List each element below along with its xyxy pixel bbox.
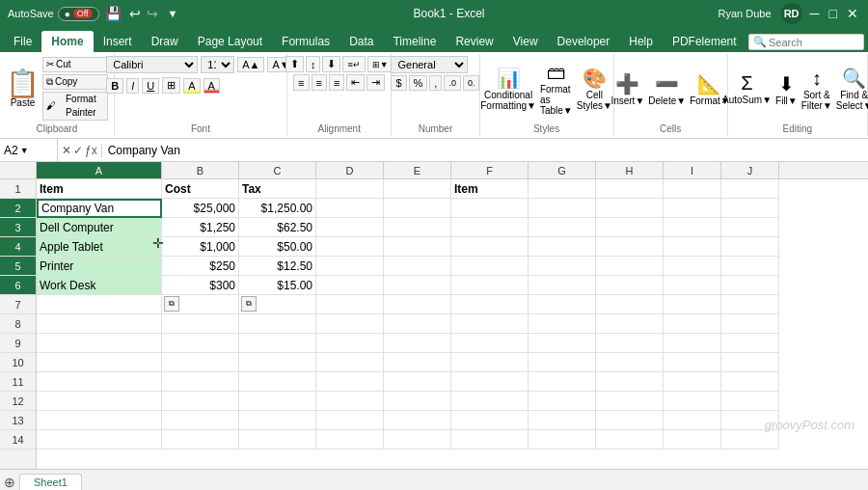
col-header-b[interactable]: B <box>162 162 239 178</box>
percent-btn[interactable]: % <box>409 75 428 91</box>
cell-h2[interactable] <box>596 199 664 218</box>
cell-h3[interactable] <box>596 218 664 237</box>
cell-c7[interactable]: ⧉ <box>239 295 316 314</box>
format-as-table-btn[interactable]: 🗃 Format as Table▼ <box>540 62 573 116</box>
cell-g4[interactable] <box>529 237 596 257</box>
cell-j6[interactable] <box>721 276 779 295</box>
cell-f2[interactable] <box>451 199 529 218</box>
cell-c2[interactable]: $1,250.00 <box>239 199 316 218</box>
fill-btn[interactable]: ⬇ Fill▼ <box>775 72 798 106</box>
row-num-4[interactable]: 4 <box>0 237 36 257</box>
row-num-8[interactable]: 8 <box>0 314 36 334</box>
cell-d2[interactable] <box>316 199 384 218</box>
cell-b4[interactable]: $1,000 <box>162 237 239 257</box>
minimize-btn[interactable]: ─ <box>808 5 822 22</box>
tab-formulas[interactable]: Formulas <box>272 31 339 52</box>
cell-reference-box[interactable]: A2 ▼ <box>0 139 58 161</box>
row-num-2[interactable]: 2 <box>0 199 36 218</box>
cell-styles-btn[interactable]: 🎨 Cell Styles▼ <box>577 67 612 111</box>
row-num-1[interactable]: 1 <box>0 179 36 199</box>
tab-pdfelement[interactable]: PDFelement <box>663 31 746 52</box>
tab-insert[interactable]: Insert <box>94 31 142 52</box>
customize-icon[interactable]: ▼ <box>166 7 180 20</box>
cell-a3[interactable]: Dell Computer <box>37 218 162 237</box>
cell-j5[interactable] <box>721 257 779 276</box>
cell-e1[interactable] <box>384 179 451 199</box>
cut-btn[interactable]: ✂Cut <box>42 57 108 72</box>
cell-c1[interactable]: Tax <box>239 179 316 199</box>
cell-j4[interactable] <box>721 237 779 257</box>
align-bottom-btn[interactable]: ⬇ <box>322 56 340 72</box>
col-header-g[interactable]: G <box>529 162 596 178</box>
cell-i4[interactable] <box>664 237 721 257</box>
italic-btn[interactable]: I <box>126 78 139 94</box>
cell-g2[interactable] <box>529 199 596 218</box>
cell-b7[interactable]: ⧉ <box>162 295 239 314</box>
wrap-text-btn[interactable]: ≡↵ <box>342 56 365 72</box>
currency-btn[interactable]: $ <box>391 75 406 91</box>
format-painter-btn[interactable]: 🖌Format Painter <box>42 92 108 121</box>
cell-d5[interactable] <box>316 257 384 276</box>
cell-a4[interactable]: Apple Tablet <box>37 237 162 257</box>
row-num-13[interactable]: 13 <box>0 411 36 430</box>
cell-g3[interactable] <box>529 218 596 237</box>
close-btn[interactable]: ✕ <box>845 5 860 22</box>
autosum-btn[interactable]: Σ AutoSum▼ <box>722 72 772 105</box>
insert-function-icon[interactable]: ƒx <box>85 144 97 157</box>
cell-e5[interactable] <box>384 257 451 276</box>
delete-btn[interactable]: ➖ Delete▼ <box>648 72 686 106</box>
cell-a1[interactable]: Item <box>37 179 162 199</box>
cell-b3[interactable]: $1,250 <box>162 218 239 237</box>
cell-f6[interactable] <box>451 276 529 295</box>
cell-f1[interactable]: Item <box>451 179 529 199</box>
cell-g1[interactable] <box>529 179 596 199</box>
cell-d1[interactable] <box>316 179 384 199</box>
cell-i2[interactable] <box>664 199 721 218</box>
sort-filter-btn[interactable]: ↕ Sort & Filter▼ <box>801 68 832 111</box>
cell-i1[interactable] <box>664 179 721 199</box>
col-header-h[interactable]: H <box>596 162 664 178</box>
col-header-e[interactable]: E <box>384 162 451 178</box>
new-sheet-btn[interactable]: ⊕ <box>4 475 15 490</box>
find-select-btn[interactable]: 🔍 Find & Select▼ <box>836 67 868 111</box>
cell-ref-dropdown-icon[interactable]: ▼ <box>20 146 29 155</box>
align-center-btn[interactable]: ≡ <box>312 74 327 91</box>
save-icon[interactable]: 💾 <box>105 6 122 21</box>
col-header-f[interactable]: F <box>451 162 529 178</box>
increase-indent-btn[interactable]: ⇥ <box>366 74 385 91</box>
tab-data[interactable]: Data <box>339 31 383 52</box>
paste-btn[interactable]: 📋 Paste <box>6 70 40 108</box>
increase-decimal-btn[interactable]: .0 <box>444 75 461 91</box>
font-color-btn[interactable]: A <box>203 78 220 94</box>
cell-a7[interactable] <box>37 295 162 314</box>
cell-h1[interactable] <box>596 179 664 199</box>
cell-g6[interactable] <box>529 276 596 295</box>
paste-options-icon-b7[interactable]: ⧉ <box>164 296 179 312</box>
user-avatar[interactable]: RD <box>781 3 802 24</box>
decrease-decimal-btn[interactable]: 0. <box>463 75 480 91</box>
row-num-11[interactable]: 11 <box>0 372 36 392</box>
row-num-10[interactable]: 10 <box>0 353 36 372</box>
tab-review[interactable]: Review <box>446 31 502 52</box>
tab-timeline[interactable]: Timeline <box>383 31 446 52</box>
cell-e3[interactable] <box>384 218 451 237</box>
cell-e6[interactable] <box>384 276 451 295</box>
increase-font-btn[interactable]: A▲ <box>237 57 264 72</box>
formula-input[interactable]: Company Van <box>102 144 868 157</box>
cell-a6[interactable]: Work Desk <box>37 276 162 295</box>
sheet-tab-sheet1[interactable]: Sheet1 <box>19 474 82 490</box>
tab-developer[interactable]: Developer <box>548 31 620 52</box>
border-btn[interactable]: ⊞ <box>162 77 180 94</box>
col-header-c[interactable]: C <box>239 162 316 178</box>
font-size-select[interactable]: 11 <box>201 56 234 73</box>
row-num-9[interactable]: 9 <box>0 334 36 353</box>
cell-f5[interactable] <box>451 257 529 276</box>
tab-page-layout[interactable]: Page Layout <box>188 31 272 52</box>
tab-file[interactable]: File <box>4 31 41 52</box>
cell-i5[interactable] <box>664 257 721 276</box>
cell-i6[interactable] <box>664 276 721 295</box>
tab-view[interactable]: View <box>503 31 548 52</box>
row-num-7[interactable]: 7 <box>0 295 36 314</box>
cell-f7[interactable] <box>451 295 529 314</box>
align-left-btn[interactable]: ≡ <box>293 74 309 91</box>
